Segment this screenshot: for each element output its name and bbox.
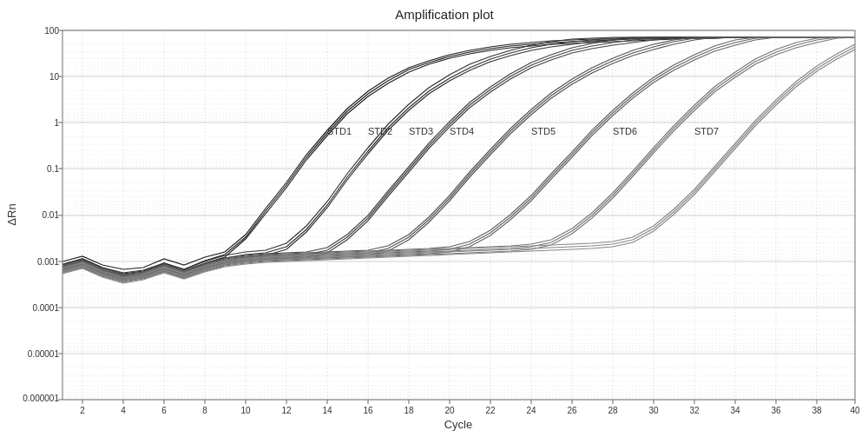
svg-text:22: 22 (485, 406, 496, 415)
svg-text:34: 34 (730, 406, 740, 415)
std7-label: STD7 (694, 126, 719, 136)
svg-text:8: 8 (202, 406, 207, 415)
svg-text:20: 20 (444, 406, 455, 415)
svg-text:26: 26 (567, 406, 577, 415)
svg-text:16: 16 (363, 406, 373, 415)
svg-text:38: 38 (812, 406, 822, 415)
svg-text:100: 100 (44, 26, 59, 36)
svg-text:0.001: 0.001 (37, 257, 59, 267)
svg-text:0.1: 0.1 (47, 164, 59, 174)
svg-text:10: 10 (49, 72, 60, 82)
svg-text:0.01: 0.01 (43, 210, 60, 220)
svg-text:28: 28 (608, 406, 618, 415)
svg-text:30: 30 (648, 406, 659, 415)
svg-text:2: 2 (80, 406, 85, 415)
svg-text:32: 32 (689, 406, 700, 415)
svg-text:36: 36 (771, 406, 781, 415)
std5-label: STD5 (531, 126, 556, 136)
std2-label: STD2 (368, 126, 392, 136)
svg-text:0.0001: 0.0001 (32, 303, 59, 313)
svg-text:14: 14 (322, 406, 332, 415)
chart-title: Amplification plot (395, 7, 494, 22)
x-axis-label: Cycle (444, 418, 473, 431)
svg-text:6: 6 (161, 406, 167, 415)
svg-text:0.000001: 0.000001 (23, 394, 59, 403)
svg-text:18: 18 (404, 406, 414, 415)
std3-label: STD3 (409, 126, 433, 136)
svg-rect-19 (62, 30, 855, 400)
std4-label: STD4 (450, 126, 474, 136)
svg-text:0.00001: 0.00001 (28, 349, 60, 359)
svg-text:4: 4 (121, 406, 126, 415)
std6-label: STD6 (613, 126, 637, 136)
svg-text:24: 24 (526, 406, 536, 415)
chart-container: Amplification plot (0, 0, 868, 437)
std1-label: STD1 (327, 126, 352, 136)
svg-text:40: 40 (850, 406, 860, 415)
y-axis-label: ΔRn (5, 203, 18, 225)
svg-text:12: 12 (281, 406, 292, 415)
svg-text:10: 10 (240, 406, 251, 415)
